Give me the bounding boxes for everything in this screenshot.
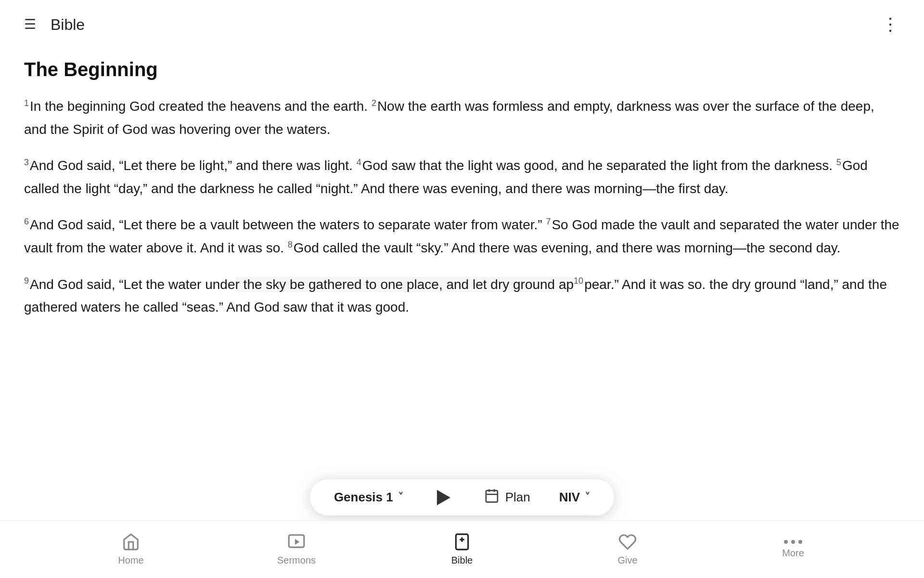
nav-item-home[interactable]: Home	[48, 533, 214, 566]
plan-button[interactable]: Plan	[484, 488, 530, 507]
verse-number-9: 9	[24, 276, 29, 286]
give-icon	[618, 533, 637, 551]
home-icon	[122, 533, 140, 551]
calendar-icon	[484, 488, 500, 507]
chapter-label: Genesis 1	[334, 490, 393, 505]
nav-item-more[interactable]: More	[710, 540, 876, 559]
more-icon	[784, 540, 802, 544]
more-options-icon[interactable]: ⋮	[882, 14, 900, 35]
nav-label-give: Give	[617, 555, 637, 566]
verse-number-10: 10	[574, 276, 583, 286]
verse-number-8: 8	[288, 240, 293, 250]
nav-item-give[interactable]: Give	[545, 533, 710, 566]
svg-rect-0	[486, 490, 498, 502]
verse-number-2: 2	[372, 98, 376, 108]
nav-label-more: More	[782, 548, 804, 559]
sermons-icon	[287, 533, 306, 551]
nav-item-bible[interactable]: Bible	[379, 533, 545, 566]
dot-3	[798, 540, 802, 544]
nav-label-home: Home	[118, 555, 143, 566]
verse-number-3: 3	[24, 158, 29, 167]
nav-label-sermons: Sermons	[277, 555, 316, 566]
chapter-chevron-icon: ˅	[398, 491, 403, 504]
plan-label: Plan	[505, 490, 530, 505]
verse-number-4: 4	[357, 158, 361, 167]
verse-number-6: 6	[24, 217, 29, 226]
nav-label-bible: Bible	[451, 555, 473, 566]
version-selector[interactable]: NIV ˅	[559, 490, 590, 505]
svg-marker-5	[295, 539, 300, 545]
nav-item-sermons[interactable]: Sermons	[214, 533, 379, 566]
verse-block-1-2: 1In the beginning God created the heaven…	[24, 95, 900, 141]
play-icon	[437, 490, 450, 505]
version-label: NIV	[559, 490, 580, 505]
verse-number-5: 5	[836, 158, 841, 167]
section-title: The Beginning	[24, 59, 900, 80]
verse-block-3-5: 3And God said, “Let there be light,” and…	[24, 154, 900, 200]
floating-toolbar: Genesis 1 ˅ Plan NIV ˅	[310, 479, 614, 515]
verse-number-7: 7	[546, 217, 551, 226]
dot-1	[784, 540, 788, 544]
verse-number-1: 1	[24, 98, 29, 108]
bottom-nav: Home Sermons Bible Give More	[0, 520, 924, 578]
header: ☰ Bible ⋮	[0, 0, 924, 44]
header-left: ☰ Bible	[24, 16, 85, 34]
verse-block-6-8: 6And God said, “Let there be a vault bet…	[24, 213, 900, 259]
chapter-selector[interactable]: Genesis 1 ˅	[334, 490, 403, 505]
page-title: Bible	[51, 16, 85, 34]
verse-block-9-10: 9And God said, “Let the water under the …	[24, 273, 900, 319]
version-chevron-icon: ˅	[585, 491, 590, 504]
menu-icon[interactable]: ☰	[24, 18, 36, 31]
calendar-svg	[484, 488, 500, 503]
dot-2	[791, 540, 795, 544]
play-button[interactable]	[432, 490, 455, 505]
bible-icon	[453, 533, 471, 551]
